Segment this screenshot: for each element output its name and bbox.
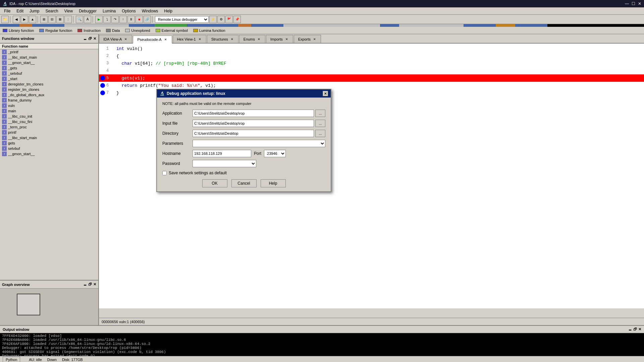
- dialog-row-parameters: Parameters: [162, 140, 325, 147]
- dialog-note: NOTE: all paths must be valid on the rem…: [162, 102, 325, 106]
- port-label: Port: [254, 151, 261, 156]
- debug-setup-dialog: 🔬 Debug application setup: linux ✕ NOTE:…: [156, 89, 331, 192]
- dialog-icon: 🔬: [160, 91, 165, 96]
- dialog-label-parameters: Parameters: [162, 141, 193, 146]
- dialog-row-application: Application ...: [162, 110, 325, 117]
- dialog-checkbox-row: Save network settings as default: [162, 171, 325, 175]
- dialog-ok-button[interactable]: OK: [202, 179, 227, 187]
- save-network-label: Save network settings as default: [169, 171, 227, 175]
- dialog-cancel-button[interactable]: Cancel: [231, 179, 257, 187]
- hostname-port-row: Port 23946: [193, 150, 286, 157]
- port-select[interactable]: 23946: [264, 150, 286, 157]
- parameters-select[interactable]: [193, 140, 325, 147]
- dialog-row-password: Password: [162, 160, 325, 167]
- dialog-row-directory: Directory ...: [162, 130, 325, 137]
- dialog-overlay: 🔬 Debug application setup: linux ✕ NOTE:…: [0, 0, 644, 362]
- dialog-label-input-file: Input file: [162, 121, 193, 126]
- directory-browse-button[interactable]: ...: [315, 130, 325, 137]
- directory-input[interactable]: [193, 130, 314, 137]
- password-select[interactable]: [193, 160, 256, 167]
- dialog-titlebar: 🔬 Debug application setup: linux ✕: [157, 89, 331, 98]
- dialog-help-button[interactable]: Help: [261, 179, 286, 187]
- dialog-label-password: Password: [162, 161, 193, 166]
- dialog-close-button[interactable]: ✕: [323, 91, 328, 96]
- dialog-label-directory: Directory: [162, 131, 193, 136]
- input-file-browse-button[interactable]: ...: [315, 120, 325, 127]
- dialog-label-hostname: Hostname: [162, 151, 193, 156]
- dialog-row-input-file: Input file ...: [162, 120, 325, 127]
- input-file-input[interactable]: [193, 120, 314, 127]
- save-network-checkbox[interactable]: [162, 171, 167, 175]
- dialog-title: Debug application setup: linux: [167, 91, 225, 96]
- dialog-row-hostname: Hostname Port 23946: [162, 150, 325, 157]
- application-input[interactable]: [193, 110, 314, 117]
- dialog-buttons: OK Cancel Help: [162, 179, 325, 187]
- application-browse-button[interactable]: ...: [315, 110, 325, 117]
- hostname-input[interactable]: [193, 150, 251, 157]
- dialog-label-application: Application: [162, 111, 193, 116]
- dialog-body: NOTE: all paths must be valid on the rem…: [157, 98, 331, 191]
